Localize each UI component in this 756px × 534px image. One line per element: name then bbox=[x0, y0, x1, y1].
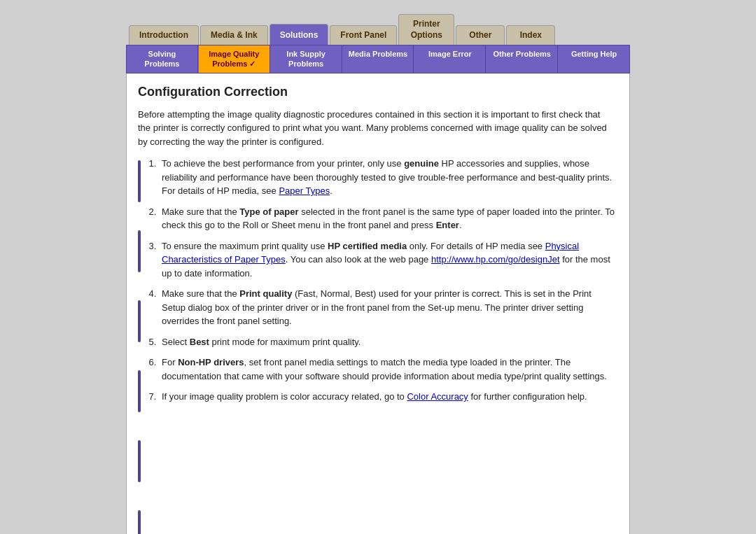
list-item-2: Make sure that the Type of paper selecte… bbox=[159, 205, 615, 232]
tab-other[interactable]: Other bbox=[456, 25, 505, 45]
bold-hp-certified: HP certified media bbox=[328, 241, 407, 251]
content-area: Configuration Correction Before attempti… bbox=[126, 73, 630, 534]
list-item-6: For Non-HP drivers, set front panel medi… bbox=[159, 356, 615, 383]
subtab-solving-problems[interactable]: Solving Problems bbox=[127, 45, 198, 73]
bold-non-hp-drivers: Non-HP drivers bbox=[178, 357, 244, 367]
tab-solutions[interactable]: Solutions bbox=[270, 24, 329, 45]
tab-media-ink[interactable]: Media & Ink bbox=[200, 25, 268, 45]
left-bar-6 bbox=[138, 510, 141, 534]
left-bar-5 bbox=[138, 440, 141, 482]
link-color-accuracy[interactable]: Color Accuracy bbox=[407, 391, 468, 402]
list-item-5: Select Best print mode for maximum print… bbox=[159, 335, 615, 349]
subtab-other-problems[interactable]: Other Problems bbox=[486, 45, 558, 73]
tab-printer-options[interactable]: PrinterOptions bbox=[398, 14, 454, 45]
intro-paragraph: Before attempting the image quality diag… bbox=[138, 108, 615, 149]
link-hp-designjet[interactable]: http://www.hp.com/go/designJet bbox=[431, 254, 560, 265]
tab-introduction[interactable]: Introduction bbox=[129, 25, 199, 45]
left-bar-1 bbox=[138, 160, 141, 202]
bold-best: Best bbox=[190, 337, 209, 347]
left-bar-2 bbox=[138, 230, 141, 272]
subtab-getting-help[interactable]: Getting Help bbox=[559, 45, 629, 73]
bold-enter: Enter bbox=[436, 220, 459, 230]
subtab-image-error[interactable]: Image Error bbox=[414, 45, 486, 73]
subtab-media-problems[interactable]: Media Problems bbox=[343, 45, 414, 73]
list-item-4: Make sure that the Print quality (Fast, … bbox=[159, 287, 615, 328]
subtab-image-quality[interactable]: Image QualityProblems ✓ bbox=[199, 45, 270, 73]
top-navigation: Introduction Media & Ink Solutions Front… bbox=[126, 14, 630, 45]
list-item-3: To ensure the maximum print quality use … bbox=[159, 239, 615, 281]
subtab-ink-supply[interactable]: Ink SupplyProblems bbox=[271, 45, 342, 73]
sub-navigation: Solving Problems Image QualityProblems ✓… bbox=[126, 45, 630, 73]
page-title: Configuration Correction bbox=[138, 85, 615, 99]
list-item-7: If your image quality problem is color a… bbox=[159, 390, 615, 404]
list-item-1: To achieve the best performance from you… bbox=[159, 157, 615, 198]
tab-index[interactable]: Index bbox=[506, 25, 555, 45]
link-paper-types[interactable]: Paper Types bbox=[279, 185, 330, 196]
bold-print-quality: Print quality bbox=[239, 288, 292, 299]
left-bar-3 bbox=[138, 300, 141, 342]
instruction-list: To achieve the best performance from you… bbox=[145, 157, 615, 534]
content-list-container: To achieve the best performance from you… bbox=[138, 157, 615, 534]
left-bar-4 bbox=[138, 370, 141, 412]
bold-type-of-paper: Type of paper bbox=[239, 206, 298, 217]
bold-genuine: genuine bbox=[404, 158, 439, 169]
left-decorations bbox=[138, 157, 145, 534]
tab-front-panel[interactable]: Front Panel bbox=[330, 25, 397, 45]
